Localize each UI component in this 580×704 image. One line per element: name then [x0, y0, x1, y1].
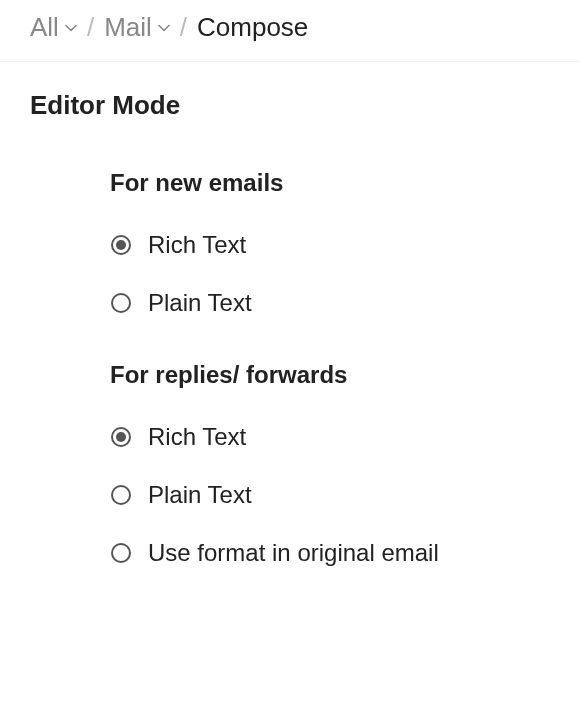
radio-unselected-icon — [110, 292, 132, 314]
chevron-down-icon — [65, 24, 77, 32]
radio-selected-icon — [110, 234, 132, 256]
radio-label: Rich Text — [148, 231, 246, 259]
radio-option-rich-text[interactable]: Rich Text — [110, 423, 550, 451]
svg-point-4 — [116, 432, 126, 442]
breadcrumb-label: Mail — [104, 12, 152, 43]
radio-label: Plain Text — [148, 289, 252, 317]
group-replies-forwards: For replies/ forwards Rich Text Plain Te… — [30, 361, 550, 567]
main-content: Editor Mode For new emails Rich Text Pla… — [0, 62, 580, 639]
radio-option-rich-text[interactable]: Rich Text — [110, 231, 550, 259]
radio-label: Use format in original email — [148, 539, 439, 567]
radio-unselected-icon — [110, 484, 132, 506]
radio-option-plain-text[interactable]: Plain Text — [110, 289, 550, 317]
group-new-emails: For new emails Rich Text Plain Text — [30, 169, 550, 317]
radio-option-use-original-format[interactable]: Use format in original email — [110, 539, 550, 567]
breadcrumb-label: All — [30, 12, 59, 43]
svg-point-5 — [112, 486, 130, 504]
svg-point-1 — [116, 240, 126, 250]
breadcrumb-separator: / — [178, 12, 189, 43]
group-title: For replies/ forwards — [110, 361, 550, 389]
chevron-down-icon — [158, 24, 170, 32]
radio-selected-icon — [110, 426, 132, 448]
svg-point-2 — [112, 294, 130, 312]
group-title: For new emails — [110, 169, 550, 197]
breadcrumb-separator: / — [85, 12, 96, 43]
breadcrumb-item-compose: Compose — [197, 12, 308, 43]
radio-label: Plain Text — [148, 481, 252, 509]
radio-unselected-icon — [110, 542, 132, 564]
section-title: Editor Mode — [30, 90, 550, 121]
radio-label: Rich Text — [148, 423, 246, 451]
svg-point-6 — [112, 544, 130, 562]
breadcrumb-label: Compose — [197, 12, 308, 43]
breadcrumb: All / Mail / Compose — [0, 0, 580, 62]
breadcrumb-item-mail[interactable]: Mail — [104, 12, 170, 43]
breadcrumb-item-all[interactable]: All — [30, 12, 77, 43]
radio-option-plain-text[interactable]: Plain Text — [110, 481, 550, 509]
